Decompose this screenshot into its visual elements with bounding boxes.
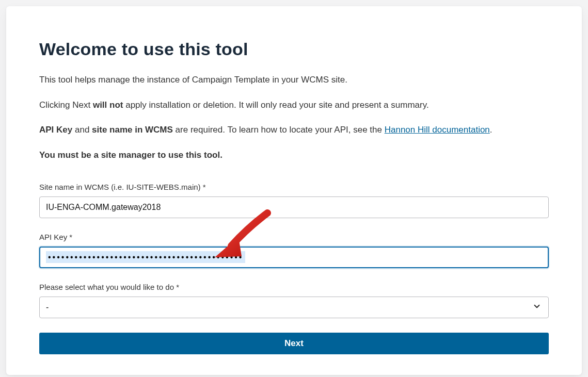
field-action: Please select what you would like to do …	[39, 283, 549, 318]
api-key-input[interactable]: ••••••••••••••••••••••••••••••••••••••••…	[39, 247, 549, 268]
api-key-label: API Key *	[39, 233, 549, 241]
must-be-bold: You must be a site manager to use this t…	[39, 150, 223, 160]
action-label: Please select what you would like to do …	[39, 283, 549, 291]
requirements-text: API Key and site name in WCMS are requir…	[39, 124, 549, 137]
clicking-pre: Clicking Next	[39, 100, 93, 110]
docs-link[interactable]: Hannon Hill documentation	[385, 125, 490, 135]
api-key-masked-value: ••••••••••••••••••••••••••••••••••••••••…	[46, 251, 245, 263]
req-api-key: API Key	[39, 125, 72, 135]
form: Site name in WCMS (i.e. IU-SITE-WEBS.mai…	[39, 183, 549, 354]
intro-text: This tool helps manage the instance of C…	[39, 74, 549, 87]
req-site-name: site name in WCMS	[92, 125, 173, 135]
action-select[interactable]: -	[39, 297, 549, 318]
form-card: Welcome to use this tool This tool helps…	[6, 6, 582, 375]
next-button[interactable]: Next	[39, 333, 549, 354]
req-mid: and	[72, 125, 92, 135]
field-api-key: API Key * ••••••••••••••••••••••••••••••…	[39, 233, 549, 268]
must-be-manager-text: You must be a site manager to use this t…	[39, 149, 549, 162]
field-site-name: Site name in WCMS (i.e. IU-SITE-WEBS.mai…	[39, 183, 549, 218]
req-end: .	[490, 125, 492, 135]
site-name-label: Site name in WCMS (i.e. IU-SITE-WEBS.mai…	[39, 183, 549, 191]
clicking-next-text: Clicking Next will not apply installatio…	[39, 99, 549, 112]
req-post: are required. To learn how to locate you…	[173, 125, 385, 135]
action-select-wrap: -	[39, 297, 549, 318]
clicking-post: apply installation or deletion. It will …	[123, 100, 428, 110]
page-title: Welcome to use this tool	[39, 39, 549, 59]
site-name-input[interactable]	[39, 196, 549, 218]
clicking-bold: will not	[93, 100, 123, 110]
